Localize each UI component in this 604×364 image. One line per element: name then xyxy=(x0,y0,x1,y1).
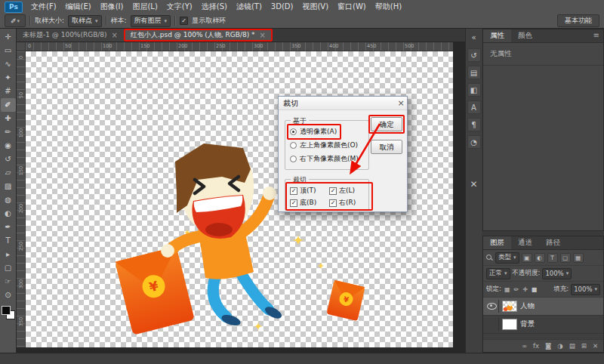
visibility-toggle[interactable] xyxy=(485,318,499,331)
document-tab-hongbao[interactable]: 红包小人.psd @ 100% (人物, RGB/8) * × xyxy=(125,29,273,42)
lasso-tool[interactable]: ∿ xyxy=(1,57,16,71)
smart-object-filter-icon[interactable]: ▦ xyxy=(573,253,584,263)
type-filter-icon[interactable]: T xyxy=(547,253,558,263)
eraser-tool[interactable]: ▱ xyxy=(1,166,16,180)
shape-filter-icon[interactable]: ▢ xyxy=(560,253,571,263)
lock-all-icon[interactable]: ■ xyxy=(531,286,538,293)
adjustments-icon[interactable]: ◧ xyxy=(467,83,481,97)
filter-type-select[interactable]: 类型 ▾ xyxy=(495,252,519,264)
document-tab-untitled[interactable]: 未标题-1 @ 100%(RGB/8) × xyxy=(17,29,125,42)
close-icon[interactable]: × xyxy=(112,31,118,39)
checkbox-label: 左(L) xyxy=(339,186,355,196)
layer-thumbnail[interactable] xyxy=(502,301,517,312)
tab-properties[interactable]: 属性 xyxy=(483,29,511,42)
history-brush-tool[interactable]: ↺ xyxy=(1,153,16,166)
tab-channels[interactable]: 通道 xyxy=(511,236,539,249)
close-icon[interactable]: × xyxy=(260,31,266,39)
color-swatches[interactable] xyxy=(2,306,15,319)
trim-top-checkbox[interactable]: ✓ 顶(T) xyxy=(290,186,316,196)
menu-item-edit[interactable]: 编辑(E) xyxy=(61,0,96,14)
ruler-tick: 150 xyxy=(18,165,24,176)
menu-item-image[interactable]: 图像(I) xyxy=(96,0,128,14)
radio-top-left-pixel-color[interactable]: 左上角像素颜色(O) xyxy=(290,140,358,150)
adjustment-layer-icon[interactable]: ◑ xyxy=(557,342,562,350)
zoom-tool[interactable]: ⊙ xyxy=(1,288,16,302)
cancel-button[interactable]: 取消 xyxy=(371,140,402,154)
path-selection-tool[interactable]: ▸ xyxy=(1,248,16,261)
healing-brush-tool[interactable]: ✚ xyxy=(1,112,16,125)
vertical-ruler[interactable]: 0 50 100 150 200 250 300 350 xyxy=(17,51,26,347)
radio-transparent-pixels[interactable]: 透明像素(A) xyxy=(290,127,337,137)
show-sampling-ring-checkbox[interactable]: ✓ xyxy=(180,17,188,25)
menu-item-filter[interactable]: 滤镜(T) xyxy=(232,0,267,14)
layers-panel: 图层 通道 路径 类型 ▾ ▣ ◐ T ▢ ▦ 正常 ▾ 不透明度: 100% … xyxy=(482,236,604,353)
dodge-tool[interactable]: ◐ xyxy=(1,207,16,221)
panel-menu-icon[interactable]: ≡ xyxy=(590,29,603,42)
hand-tool[interactable]: ☞ xyxy=(1,275,16,288)
marquee-tool[interactable]: ▭ xyxy=(1,44,16,57)
menu-item-window[interactable]: 窗口(W) xyxy=(333,0,371,14)
trim-bottom-checkbox[interactable]: ✓ 底(B) xyxy=(290,198,316,208)
foreground-color-swatch[interactable] xyxy=(2,306,11,315)
gradient-tool[interactable]: ▨ xyxy=(1,180,16,193)
collapse-panels-icon[interactable]: « xyxy=(467,31,481,45)
ok-button[interactable]: 确定 xyxy=(371,117,402,131)
delete-layer-icon[interactable]: ✕ xyxy=(593,342,598,350)
type-tool[interactable]: T xyxy=(1,234,16,248)
paragraph-icon[interactable]: ¶ xyxy=(467,118,481,131)
pixel-filter-icon[interactable]: ▣ xyxy=(522,253,532,263)
radio-bottom-right-pixel-color[interactable]: 右下角像素颜色(M) xyxy=(290,154,359,164)
info-icon[interactable]: ◔ xyxy=(467,135,481,149)
layer-group-icon[interactable]: ▤ xyxy=(569,342,575,350)
layer-thumbnail[interactable] xyxy=(502,319,517,330)
pen-tool[interactable]: ✒ xyxy=(1,221,16,234)
trim-right-checkbox[interactable]: ✓ 右(R) xyxy=(329,198,356,208)
layer-style-icon[interactable]: fx xyxy=(533,342,539,350)
lock-position-icon[interactable]: ✛ xyxy=(522,286,528,293)
link-layers-icon[interactable]: ∞ xyxy=(522,342,527,350)
tab-color[interactable]: 颜色 xyxy=(511,29,539,42)
horizontal-ruler[interactable]: 0 50 100 150 200 250 300 350 400 450 500 xyxy=(26,42,453,51)
adjustment-filter-icon[interactable]: ◐ xyxy=(535,253,545,263)
menu-item-select[interactable]: 选择(S) xyxy=(197,0,232,14)
new-layer-icon[interactable]: ⊞ xyxy=(581,342,587,350)
lock-transparency-icon[interactable]: ▦ xyxy=(504,286,511,293)
clone-stamp-tool[interactable]: ◉ xyxy=(1,139,16,153)
menu-item-type[interactable]: 文字(Y) xyxy=(162,0,197,14)
layer-mask-icon[interactable]: ◙ xyxy=(545,342,551,350)
trim-left-checkbox[interactable]: ✓ 左(L) xyxy=(329,186,355,196)
menu-item-3d[interactable]: 3D(D) xyxy=(267,0,298,14)
menu-item-view[interactable]: 视图(V) xyxy=(297,0,333,14)
eyedropper-tool[interactable]: ✐ xyxy=(1,98,16,112)
quick-selection-tool[interactable]: ✦ xyxy=(1,71,16,85)
layer-row-background[interactable]: 背景 xyxy=(483,316,603,334)
move-tool[interactable]: ✛ xyxy=(1,30,16,44)
history-icon[interactable]: ↺ xyxy=(467,48,481,62)
character-icon[interactable]: A xyxy=(467,100,481,114)
workspace-switcher-button[interactable]: 基本功能 xyxy=(557,14,599,27)
close-icon[interactable]: × xyxy=(395,97,407,110)
swatches-icon[interactable]: ▤ xyxy=(467,66,481,79)
tab-layers[interactable]: 图层 xyxy=(483,236,511,249)
trim-dialog-title: 裁切 xyxy=(279,98,298,109)
shape-tool[interactable]: ▢ xyxy=(1,261,16,275)
close-panel-icon[interactable]: ✕ xyxy=(467,178,481,192)
menu-item-file[interactable]: 文件(F) xyxy=(26,0,61,14)
current-tool-icon[interactable]: ✐ ▾ xyxy=(5,14,26,27)
brush-tool[interactable]: ✏ xyxy=(1,125,16,139)
menu-item-layer[interactable]: 图层(L) xyxy=(128,0,162,14)
crop-tool[interactable]: # xyxy=(1,85,16,98)
opacity-select[interactable]: 100% ▾ xyxy=(542,268,572,279)
trim-dialog-titlebar[interactable]: 裁切 × xyxy=(279,97,407,110)
blend-mode-select[interactable]: 正常 ▾ xyxy=(486,268,510,279)
menu-bar: Ps 文件(F) 编辑(E) 图像(I) 图层(L) 文字(Y) 选择(S) 滤… xyxy=(0,0,604,14)
lock-pixels-icon[interactable]: ✏ xyxy=(513,286,519,293)
visibility-toggle[interactable] xyxy=(485,300,499,313)
sample-select[interactable]: 所有图层 ▾ xyxy=(131,15,171,27)
layer-row-character[interactable]: 人物 xyxy=(483,298,603,316)
blur-tool[interactable]: ◍ xyxy=(1,193,16,207)
sample-size-select[interactable]: 取样点 ▾ xyxy=(68,15,102,27)
menu-item-help[interactable]: 帮助(H) xyxy=(371,0,406,14)
fill-select[interactable]: 100% ▾ xyxy=(571,284,600,295)
tab-paths[interactable]: 路径 xyxy=(539,236,567,249)
